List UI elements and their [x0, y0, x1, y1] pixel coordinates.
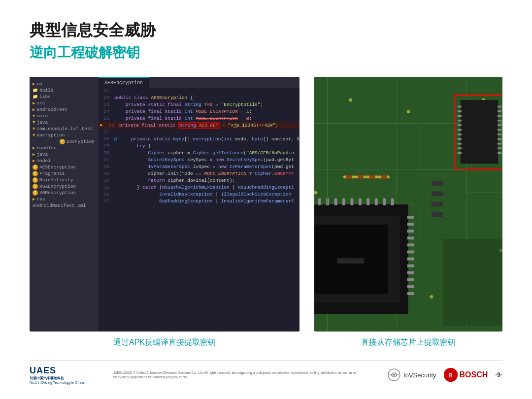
footer: UAES 引领中国汽车驱动科技 No.1 in Driving Technolo… [30, 360, 502, 384]
svg-rect-83 [432, 202, 443, 206]
sidebar-item: 📁 libs [33, 94, 96, 100]
svg-rect-41 [407, 278, 414, 281]
class-icon: C [33, 190, 38, 196]
sidebar-item: ▶ src [33, 100, 96, 106]
folder-icon: ▼ [33, 120, 35, 125]
svg-point-7 [349, 98, 352, 101]
folder-icon: 📁 [33, 88, 38, 93]
sidebar-item: 📁 build [33, 87, 96, 94]
svg-rect-57 [461, 100, 498, 164]
svg-rect-70 [498, 110, 501, 112]
iovsecurity-text: IoVSecurity [403, 371, 436, 379]
folder-icon: ▶ [33, 107, 35, 112]
sidebar-item: ▶ pp [33, 81, 96, 87]
sidebar-item: ▶ res [33, 196, 96, 202]
iovsecurity-icon [387, 368, 401, 382]
svg-rect-42 [407, 285, 414, 288]
svg-text:▓▓▓▓▓▓▓▓: ▓▓▓▓▓▓▓▓ [337, 258, 364, 264]
bosch-logo: B BOSCH [444, 368, 488, 382]
content-area: ▶ pp 📁 build 📁 libs ▶ src [30, 77, 502, 348]
svg-rect-69 [498, 106, 501, 108]
code-line: 25 private final static int MODE_DECRYPT… [99, 115, 299, 122]
svg-rect-73 [498, 124, 501, 126]
svg-rect-52 [375, 199, 378, 205]
svg-rect-71 [498, 115, 501, 117]
footer-legal: UAES/ (2018) © United Automotive Electro… [112, 370, 359, 379]
svg-rect-65 [458, 138, 462, 140]
svg-point-95 [378, 175, 381, 178]
sidebar-item: ▼ com.example.lxf.test [33, 126, 96, 132]
code-line: 22 public class AESEncryption { [99, 95, 299, 101]
svg-rect-72 [498, 120, 501, 122]
code-line: 27 [99, 129, 299, 136]
svg-rect-43 [407, 292, 414, 295]
svg-rect-32 [407, 216, 414, 219]
right-caption: 直接从存储芯片上提取密钥 [314, 337, 502, 348]
svg-rect-36 [407, 243, 414, 246]
uaes-logo: UAES 引领中国汽车驱动科技 No.1 in Driving Technolo… [30, 366, 84, 384]
class-icon: C [33, 171, 38, 176]
code-line: 21 [99, 88, 299, 95]
svg-rect-34 [407, 230, 414, 233]
ide-code-area: AESEncryption 21 22 public class AESEncr… [99, 77, 299, 332]
folder-icon: ▶ [33, 100, 35, 106]
class-icon: C [33, 165, 38, 170]
title-sub: 逆向工程破解密钥 [30, 43, 502, 62]
code-line: 33 cipher.init(mode == MODE_ENCRYPTION ?… [99, 170, 299, 177]
right-panel: ▓▓▓▓▓▓▓▓ [314, 77, 502, 348]
svg-rect-59 [458, 110, 462, 112]
sidebar-item: ▶ androidTest [33, 106, 96, 113]
slide-container: 典型信息安全威胁 逆向工程破解密钥 ▶ pp 📁 build 📁 [0, 0, 532, 399]
svg-point-89 [343, 175, 346, 178]
folder-icon: ▶ [33, 197, 35, 202]
code-line-highlighted: ● 26 private final static String AES_KEY… [99, 122, 299, 129]
svg-rect-50 [359, 199, 362, 205]
folder-icon: ▶ [33, 81, 35, 87]
folder-icon: ▶ [33, 152, 35, 157]
iovsecurity-svg-icon [387, 368, 401, 382]
sidebar-item: ▼ java [33, 119, 96, 126]
sidebar-item: C Fragment1 [33, 170, 96, 177]
svg-rect-54 [391, 199, 394, 205]
code-line: 28 @ private static byte[] encryption(in… [99, 136, 299, 143]
svg-rect-75 [498, 133, 501, 135]
sidebar-item: C AESEncryption [33, 164, 96, 170]
code-line: 23 private static final String TAG = "En… [99, 101, 299, 108]
svg-rect-58 [458, 106, 462, 108]
svg-rect-40 [407, 271, 414, 274]
folder-icon: ▶ [33, 158, 35, 164]
ide-tab[interactable]: AESEncryption [99, 77, 149, 88]
svg-point-8 [406, 110, 410, 113]
code-line: 37 BadPaddingException | InvalidAlgorith… [99, 198, 299, 205]
svg-point-13 [430, 295, 433, 299]
sidebar-item: C XORencryption [33, 190, 96, 196]
circuit-bg: ▓▓▓▓▓▓▓▓ [314, 77, 502, 332]
svg-rect-63 [458, 129, 462, 131]
svg-rect-49 [351, 199, 354, 205]
code-line: 34 return cipher.doFinal(content); [99, 177, 299, 184]
svg-rect-64 [458, 133, 462, 135]
sidebar-item: ▼ encryption [33, 132, 96, 138]
class-icon: C [60, 139, 65, 144]
svg-rect-84 [432, 212, 443, 217]
title-main: 典型信息安全威胁 [30, 20, 502, 41]
svg-rect-76 [498, 138, 501, 140]
svg-rect-81 [432, 181, 443, 186]
svg-rect-60 [458, 115, 462, 117]
svg-rect-82 [432, 192, 443, 196]
uaes-text: UAES [30, 366, 84, 376]
sidebar-item: ▶ java [33, 151, 96, 158]
sidebar-item: ▼ main [33, 113, 96, 119]
bosch-icon: B [444, 368, 458, 382]
svg-rect-37 [407, 251, 414, 254]
iovsecurity-logo: IoVSecurity [387, 368, 436, 382]
svg-rect-53 [383, 199, 386, 205]
svg-rect-47 [334, 199, 337, 205]
svg-point-94 [375, 175, 378, 178]
svg-rect-39 [407, 265, 414, 267]
svg-rect-61 [458, 120, 462, 122]
svg-point-93 [366, 175, 369, 178]
code-line: 32 IvParameterSpec ivSpec = new IvParame… [99, 164, 299, 170]
svg-rect-66 [458, 143, 462, 145]
page-number: -9- [495, 371, 502, 378]
